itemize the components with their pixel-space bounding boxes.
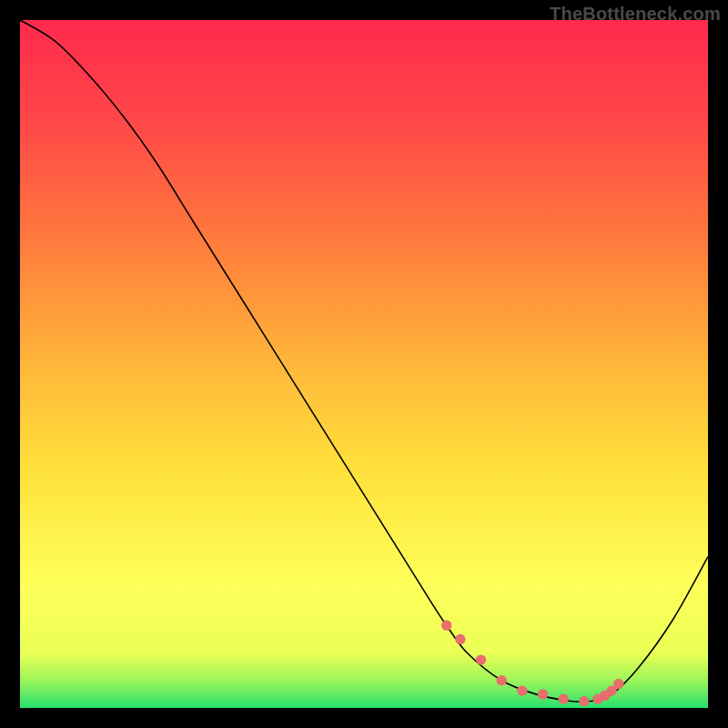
optimal-marker (517, 685, 527, 695)
chart-svg (20, 20, 708, 708)
watermark-text: TheBottleneck.com (550, 4, 721, 25)
optimal-marker (559, 694, 569, 704)
optimal-marker (476, 654, 486, 664)
optimal-marker (497, 675, 507, 685)
optimal-marker (538, 689, 548, 699)
optimal-marker (613, 679, 623, 689)
chart-frame: TheBottleneck.com (0, 0, 728, 728)
optimal-marker (441, 621, 451, 631)
optimal-marker (579, 696, 589, 706)
bottleneck-curve (20, 20, 708, 702)
optimal-marker (455, 634, 465, 644)
